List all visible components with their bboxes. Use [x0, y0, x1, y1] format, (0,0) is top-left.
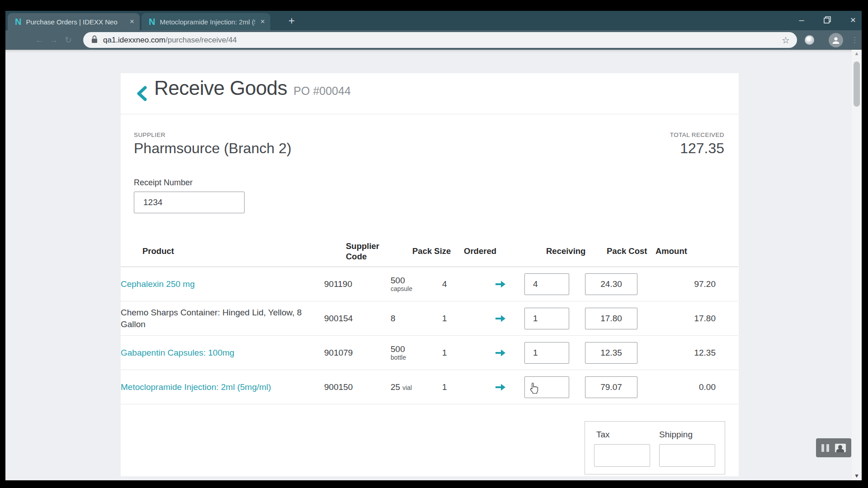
col-header-amount: Amount [668, 241, 738, 261]
tab-title: Metoclopramide Injection: 2ml (5 [160, 18, 255, 26]
ordered-cell: 1 [442, 382, 476, 392]
pack-cost-cell [585, 342, 646, 364]
window-close-button[interactable]: × [844, 12, 862, 28]
pack-qty: 8 [391, 314, 442, 324]
totals-box: Tax Shipping [585, 421, 725, 474]
tab-strip: N Purchase Orders | IDEXX Neo × N Metocl… [5, 11, 862, 30]
pack-size-cell: 25 vial [391, 382, 442, 392]
copy-ordered-arrow-icon[interactable] [476, 314, 524, 323]
table-row: Chemo Sharps Container: Hinged Lid, Yell… [121, 301, 738, 336]
receiving-input[interactable] [524, 308, 569, 329]
page-header: Receive Goods PO #00044 [121, 73, 739, 114]
back-chevron-icon[interactable] [136, 86, 147, 103]
tab-metoclopramide[interactable]: N Metoclopramide Injection: 2ml (5 × [142, 13, 270, 30]
product-link[interactable]: Gabapentin Capsules: 100mg [121, 347, 324, 359]
pause-icon[interactable] [821, 444, 829, 452]
back-icon[interactable]: ← [33, 30, 46, 50]
pack-qty: 500 [391, 276, 442, 286]
ordered-cell: 1 [442, 314, 476, 324]
col-header-spacer [498, 247, 546, 256]
idexx-neo-logo-icon: N [149, 17, 155, 27]
supplier-code-cell: 901190 [324, 279, 391, 289]
amount-cell: 12.35 [646, 348, 717, 358]
address-bar[interactable]: qa1.idexxneo.com/purchase/receive/44 ☆ [83, 32, 797, 48]
receiving-input[interactable] [524, 342, 569, 364]
supplier-label: SUPPLIER [134, 131, 165, 138]
pack-size-cell: 500 bottle [391, 344, 442, 361]
url-path: /purchase/receive/44 [165, 36, 237, 44]
browser-menu-icon[interactable]: ⋮ [851, 30, 859, 50]
pack-qty: 500 [391, 344, 442, 354]
receipt-number-input[interactable] [134, 192, 245, 213]
copy-ordered-arrow-icon[interactable] [476, 280, 524, 289]
pack-cost-input[interactable] [585, 273, 637, 295]
product-link[interactable]: Cephalexin 250 mg [121, 278, 324, 290]
recorder-overlay [816, 438, 851, 457]
receipt-number-label: Receipt Number [134, 178, 193, 188]
tax-label: Tax [596, 430, 610, 440]
pack-cost-cell [585, 308, 646, 329]
browser-window: N Purchase Orders | IDEXX Neo × N Metocl… [5, 11, 862, 480]
scrollbar[interactable]: ▲ ▼ [852, 50, 862, 480]
supplier-code-cell: 901079 [324, 348, 391, 358]
receiving-cell [524, 308, 585, 329]
receiving-input[interactable] [524, 273, 569, 295]
forward-icon[interactable]: → [47, 30, 61, 50]
shipping-input[interactable] [659, 444, 715, 467]
window-minimize-button[interactable]: – [793, 12, 811, 28]
ordered-cell: 1 [442, 348, 476, 358]
product-link[interactable]: Metoclopramide Injection: 2ml (5mg/ml) [121, 381, 324, 393]
snapshot-icon[interactable] [835, 444, 846, 452]
bookmark-star-icon[interactable]: ☆ [782, 35, 790, 46]
idexx-neo-logo-icon: N [15, 17, 21, 27]
new-tab-button[interactable]: + [285, 14, 298, 28]
total-received-value: 127.35 [680, 140, 724, 157]
table-row: Cephalexin 250 mg 901190 500 capsule 4 9… [121, 267, 738, 301]
amount-cell: 17.80 [646, 314, 717, 324]
total-received-label: TOTAL RECEIVED [670, 131, 724, 138]
browser-toolbar: ← → ↻ qa1.idexxneo.com/purchase/receive/… [5, 30, 862, 50]
supplier-code-cell: 900154 [324, 314, 391, 324]
ordered-cell: 4 [442, 279, 476, 289]
supplier-name: Pharmsource (Branch 2) [134, 140, 292, 157]
scrollbar-thumb[interactable] [854, 61, 860, 107]
pack-cost-cell [585, 376, 646, 398]
tab-close-icon[interactable]: × [260, 17, 265, 26]
receiving-cell [524, 342, 585, 364]
mouse-cursor-hand [529, 382, 540, 396]
scroll-up-icon[interactable]: ▲ [852, 51, 862, 56]
pack-size-cell: 8 [391, 314, 442, 324]
window-restore-button[interactable] [818, 12, 836, 28]
pack-cost-input[interactable] [585, 376, 637, 398]
table-row: Metoclopramide Injection: 2ml (5mg/ml) 9… [121, 370, 738, 404]
profile-avatar[interactable] [829, 33, 843, 47]
pack-unit: capsule [391, 285, 442, 292]
tax-input[interactable] [594, 444, 650, 467]
pack-unit: bottle [391, 354, 442, 361]
page-title: Receive Goods [154, 77, 287, 99]
copy-ordered-arrow-icon[interactable] [476, 383, 524, 392]
tab-close-icon[interactable]: × [130, 17, 134, 26]
url-domain: qa1.idexxneo.com [103, 36, 165, 44]
url-text: qa1.idexxneo.com/purchase/receive/44 [103, 36, 782, 45]
col-header-receiving: Receiving [546, 241, 607, 261]
po-number: PO #00044 [293, 84, 351, 98]
copy-ordered-arrow-icon[interactable] [476, 348, 524, 357]
product-link[interactable]: Chemo Sharps Container: Hinged Lid, Yell… [121, 307, 324, 330]
tab-title: Purchase Orders | IDEXX Neo [26, 18, 124, 26]
reload-icon[interactable]: ↻ [61, 30, 75, 50]
col-header-pack-size: Pack Size [412, 241, 453, 261]
pack-unit: vial [402, 384, 412, 391]
tab-purchase-orders[interactable]: N Purchase Orders | IDEXX Neo × [8, 13, 140, 30]
extension-icon[interactable] [805, 35, 814, 45]
table-row: Gabapentin Capsules: 100mg 901079 500 bo… [121, 336, 738, 370]
shipping-label: Shipping [659, 430, 693, 440]
pack-cost-cell [585, 273, 646, 295]
scroll-down-icon[interactable]: ▼ [852, 473, 862, 479]
page-background: Receive Goods PO #00044 SUPPLIER Pharmso… [5, 50, 862, 480]
col-header-supplier-code: Supplier Code [346, 236, 387, 266]
receiving-cell [524, 273, 585, 295]
pack-cost-input[interactable] [585, 308, 637, 329]
lock-icon [91, 35, 98, 45]
pack-cost-input[interactable] [585, 342, 637, 364]
